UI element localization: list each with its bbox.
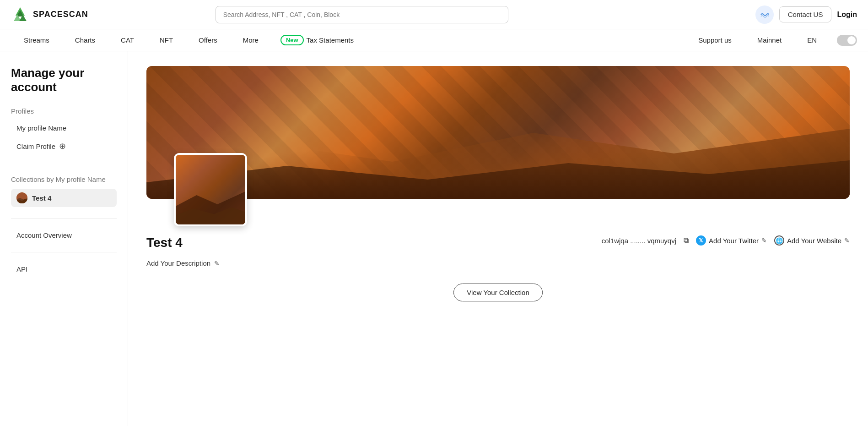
- sidebar-item-api[interactable]: API: [11, 262, 117, 277]
- nav-item-cat[interactable]: CAT: [108, 29, 147, 51]
- header-right: Contact US Login: [755, 5, 857, 24]
- twitter-icon: 𝕏: [696, 235, 706, 246]
- profile-left: Test 4: [146, 235, 183, 250]
- sidebar-divider-1: [11, 166, 117, 166]
- nav-item-nft[interactable]: NFT: [147, 29, 186, 51]
- description-row: Add Your Description ✎: [146, 259, 850, 267]
- collections-section-label: Collections by My profile Name: [11, 175, 117, 183]
- avatar-image: [176, 155, 245, 224]
- copy-icon[interactable]: ⧉: [684, 236, 689, 245]
- nav-item-tax[interactable]: Tax Statements: [307, 29, 354, 51]
- logo-area[interactable]: SPACESCAN: [11, 5, 88, 24]
- new-badge-item[interactable]: New Tax Statements: [271, 29, 363, 51]
- sidebar-divider-2: [11, 218, 117, 218]
- theme-toggle[interactable]: [837, 35, 857, 46]
- collection-avatar-icon: [16, 192, 27, 203]
- contact-button[interactable]: Contact US: [779, 6, 832, 22]
- nav-item-charts[interactable]: Charts: [62, 29, 108, 51]
- content-area: Test 4 col1wjqa ........ vqmuyqvj ⧉ 𝕏 Ad…: [128, 51, 868, 426]
- nav-item-streams[interactable]: Streams: [11, 29, 62, 51]
- description-text: Add Your Description: [146, 259, 210, 267]
- nav: Streams Charts CAT NFT Offers More New T…: [0, 29, 868, 51]
- search-bar[interactable]: [216, 6, 508, 23]
- collection-avatar[interactable]: [174, 153, 247, 226]
- logo-icon: [11, 5, 29, 24]
- new-badge: New: [280, 35, 304, 45]
- banner-image: [146, 66, 850, 199]
- add-icon: ⊕: [59, 141, 66, 151]
- banner-container: [146, 66, 850, 199]
- page-title: Manage your account: [11, 66, 117, 94]
- header: SPACESCAN Contact US Login: [0, 0, 868, 29]
- profile-name: Test 4: [146, 235, 183, 250]
- description-edit-icon[interactable]: ✎: [214, 260, 220, 267]
- nav-item-mainnet[interactable]: Mainnet: [744, 29, 794, 51]
- sidebar-item-account-overview[interactable]: Account Overview: [11, 228, 117, 243]
- collections-section: Collections by My profile Name Test 4: [11, 175, 117, 207]
- twitter-link[interactable]: 𝕏 Add Your Twitter ✎: [696, 235, 767, 246]
- main-layout: Manage your account Profiles My profile …: [0, 51, 868, 426]
- profile-meta: col1wjqa ........ vqmuyqvj ⧉ 𝕏 Add Your …: [602, 235, 850, 246]
- globe-icon: 🌐: [774, 235, 784, 246]
- login-button[interactable]: Login: [837, 11, 857, 19]
- address-text: col1wjqa ........ vqmuyqvj: [602, 237, 676, 245]
- profile-info-area: Test 4 col1wjqa ........ vqmuyqvj ⧉ 𝕏 Ad…: [146, 235, 850, 250]
- search-input[interactable]: [216, 6, 508, 23]
- website-edit-icon[interactable]: ✎: [844, 237, 850, 244]
- twitter-edit-icon[interactable]: ✎: [761, 237, 767, 244]
- sidebar-item-my-profile[interactable]: My profile Name: [11, 120, 117, 136]
- nav-item-offers[interactable]: Offers: [186, 29, 230, 51]
- nav-item-lang[interactable]: EN: [794, 29, 830, 51]
- sidebar: Manage your account Profiles My profile …: [0, 51, 128, 426]
- profiles-section: Profiles My profile Name Claim Profile ⊕: [11, 107, 117, 155]
- nav-right: Support us Mainnet EN: [685, 29, 857, 51]
- profiles-section-label: Profiles: [11, 107, 117, 115]
- sidebar-divider-3: [11, 252, 117, 252]
- website-link[interactable]: 🌐 Add Your Website ✎: [774, 235, 850, 246]
- sidebar-item-test4[interactable]: Test 4: [11, 189, 117, 207]
- sidebar-item-claim-profile[interactable]: Claim Profile ⊕: [11, 137, 117, 155]
- nav-item-support[interactable]: Support us: [685, 29, 744, 51]
- nav-item-more[interactable]: More: [230, 29, 271, 51]
- waves-icon: [760, 10, 769, 19]
- waves-icon-button[interactable]: [755, 5, 774, 24]
- view-collection-button[interactable]: View Your Collection: [453, 284, 542, 301]
- logo-text: SPACESCAN: [33, 10, 88, 19]
